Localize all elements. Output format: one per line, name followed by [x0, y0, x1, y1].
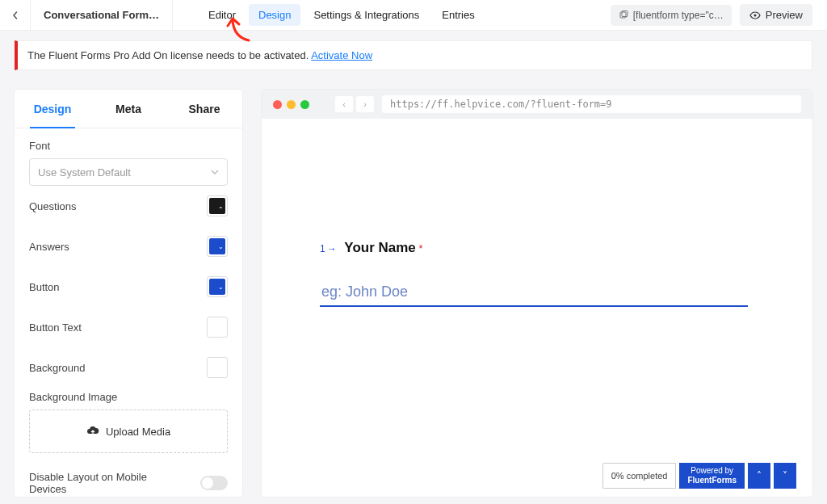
- bg-image-label: Background Image: [29, 391, 228, 403]
- traffic-max-icon: [300, 100, 309, 109]
- color-swatch-button[interactable]: ⌄: [207, 276, 228, 297]
- tab-design[interactable]: Design: [249, 4, 300, 26]
- font-value: Use System Default: [38, 166, 131, 178]
- upload-label: Upload Media: [106, 426, 170, 438]
- upload-media-button[interactable]: Upload Media: [29, 410, 228, 453]
- tab-entries[interactable]: Entries: [432, 4, 484, 26]
- shortcode-text: [fluentform type="c…: [633, 10, 724, 21]
- chevron-down-icon: [211, 170, 219, 174]
- color-row-background: Background: [15, 347, 242, 388]
- copy-icon: [619, 10, 628, 20]
- panel-tab-design[interactable]: Design: [15, 90, 90, 128]
- browser-back-button[interactable]: ‹: [335, 96, 353, 112]
- toggle-disable-mobile-layout[interactable]: [200, 476, 228, 490]
- panel-tab-share[interactable]: Share: [166, 90, 242, 128]
- design-panel: Design Meta Share Font Use System Defaul…: [15, 90, 242, 497]
- back-button[interactable]: [0, 0, 31, 31]
- color-swatch-button-text[interactable]: [207, 317, 228, 338]
- preview-pane: ‹ › https://ff.helpvice.com/?fluent-form…: [262, 90, 812, 497]
- question-label: Your Name: [344, 240, 416, 255]
- progress-strip: 0% completed Powered by FluentForms ˄ ˅: [602, 463, 796, 489]
- color-row-questions: Questions ⌄: [15, 186, 242, 226]
- toggle-label: Disable Layout on Mobile Devices: [29, 471, 183, 495]
- chevron-left-icon: [11, 11, 19, 19]
- progress-completed: 0% completed: [602, 463, 677, 489]
- traffic-close-icon: [273, 100, 282, 109]
- notice-text: The Fluent Forms Pro Add On license need…: [27, 49, 311, 61]
- font-select[interactable]: Use System Default: [29, 158, 228, 186]
- color-label: Button: [29, 281, 60, 293]
- notice-bar: The Fluent Forms Pro Add On license need…: [0, 31, 827, 70]
- toggle-row-disable-mobile-layout: Disable Layout on Mobile Devices: [15, 464, 242, 497]
- browser-forward-button[interactable]: ›: [356, 96, 374, 112]
- color-row-button-text: Button Text: [15, 307, 242, 347]
- color-swatch-background[interactable]: [207, 357, 228, 378]
- font-label: Font: [29, 140, 228, 152]
- svg-point-2: [754, 14, 756, 16]
- url-bar[interactable]: https://ff.helpvice.com/?fluent-form=9: [382, 95, 801, 113]
- eye-icon: [749, 11, 761, 19]
- color-row-button: Button ⌄: [15, 267, 242, 307]
- color-label: Background: [29, 362, 85, 374]
- shortcode-chip[interactable]: [fluentform type="c…: [611, 5, 732, 26]
- traffic-min-icon: [287, 100, 296, 109]
- activate-link[interactable]: Activate Now: [311, 49, 372, 61]
- answer-input[interactable]: [320, 279, 748, 307]
- color-row-answers: Answers ⌄: [15, 226, 242, 267]
- preview-label: Preview: [766, 9, 803, 21]
- cloud-upload-icon: [86, 426, 99, 436]
- traffic-lights: [273, 100, 309, 109]
- main-area: Design Meta Share Font Use System Defaul…: [0, 70, 827, 497]
- required-marker: *: [418, 242, 422, 254]
- color-swatch-answers[interactable]: ⌄: [207, 236, 228, 257]
- color-swatch-questions[interactable]: ⌄: [207, 195, 228, 216]
- browser-bar: ‹ › https://ff.helpvice.com/?fluent-form…: [262, 90, 812, 119]
- panel-tab-meta[interactable]: Meta: [90, 90, 166, 128]
- form-name: Conversational Form…: [31, 0, 173, 31]
- tab-editor[interactable]: Editor: [199, 4, 246, 26]
- panel-tabs: Design Meta Share: [15, 90, 242, 128]
- preview-button[interactable]: Preview: [740, 4, 812, 26]
- question-number: 1→: [320, 243, 337, 254]
- color-label: Questions: [29, 200, 77, 212]
- powered-by-badge[interactable]: Powered by FluentForms: [679, 463, 745, 489]
- color-label: Button Text: [29, 321, 82, 334]
- tab-settings-integrations[interactable]: Settings & Integrations: [304, 4, 429, 26]
- color-label: Answers: [29, 241, 69, 253]
- question-row: 1→ Your Name *: [320, 240, 748, 256]
- topbar: Conversational Form… Editor Design Setti…: [0, 0, 827, 31]
- form-prev-button[interactable]: ˄: [748, 463, 770, 489]
- top-tabs: Editor Design Settings & Integrations En…: [199, 0, 485, 31]
- form-canvas: 1→ Your Name *: [262, 119, 812, 497]
- form-next-button[interactable]: ˅: [774, 463, 796, 489]
